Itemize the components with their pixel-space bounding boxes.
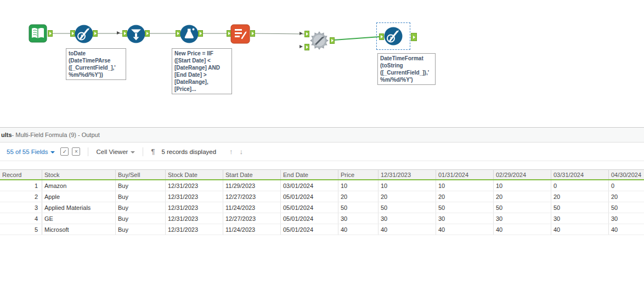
table-cell[interactable]: 40 <box>436 224 494 235</box>
table-cell[interactable]: 40 <box>494 224 551 235</box>
table-cell[interactable]: Amazon <box>42 180 116 191</box>
table-cell[interactable]: 10 <box>338 180 379 191</box>
table-cell[interactable]: Buy <box>116 224 166 235</box>
table-cell[interactable]: Applied Materials <box>42 202 116 213</box>
cell-viewer-dropdown[interactable]: Cell Viewer <box>96 149 135 155</box>
table-cell[interactable]: 12/31/2023 <box>166 213 223 224</box>
table-cell[interactable]: 05/01/2024 <box>281 224 338 235</box>
table-cell[interactable]: 50 <box>338 202 379 213</box>
table-cell[interactable]: 12/31/2023 <box>166 180 223 191</box>
arrow-up-icon[interactable]: ↑ <box>229 147 233 156</box>
table-cell[interactable]: Buy <box>116 191 166 202</box>
table-cell[interactable]: 12/27/2023 <box>223 191 281 202</box>
table-cell[interactable]: 30 <box>494 213 551 224</box>
table-cell[interactable]: 20 <box>379 191 436 202</box>
tool-datetime-parse[interactable] <box>74 24 94 46</box>
annotation-datetime-parse[interactable]: toDate (DateTimePArse ([_CurrentField_],… <box>66 48 126 80</box>
table-cell[interactable]: GE <box>42 213 116 224</box>
table-cell[interactable]: 05/01/2024 <box>281 213 338 224</box>
tool-input-data[interactable] <box>29 24 47 45</box>
table-cell[interactable]: 20 <box>436 191 494 202</box>
table-cell[interactable]: 30 <box>379 213 436 224</box>
table-cell[interactable]: 50 <box>609 202 644 213</box>
tool-formula[interactable] <box>179 24 199 46</box>
table-row[interactable]: 4GEBuy12/31/202312/27/202305/01/20243030… <box>0 213 644 224</box>
table-cell[interactable]: Microsoft <box>42 224 116 235</box>
column-header[interactable]: Start Date <box>223 170 281 180</box>
column-header[interactable]: 01/31/2024 <box>436 170 494 180</box>
annotation-datetime-format[interactable]: DateTimeFormat (toString ([_CurrentField… <box>377 53 436 85</box>
table-row[interactable]: 2AppleBuy12/31/202312/27/202305/01/20242… <box>0 191 644 202</box>
table-cell[interactable]: 03/01/2024 <box>281 180 338 191</box>
output-anchor[interactable] <box>411 33 417 41</box>
record-cell[interactable]: 1 <box>0 180 42 191</box>
table-cell[interactable]: 30 <box>609 213 644 224</box>
table-cell[interactable]: 50 <box>436 202 494 213</box>
column-header[interactable]: End Date <box>281 170 338 180</box>
record-cell[interactable]: 4 <box>0 213 42 224</box>
table-cell[interactable]: 10 <box>379 180 436 191</box>
table-cell[interactable]: 10 <box>494 180 551 191</box>
table-cell[interactable]: 30 <box>551 213 609 224</box>
table-row[interactable]: 1AmazonBuy12/31/202311/29/202303/01/2024… <box>0 180 644 191</box>
table-cell[interactable]: 20 <box>338 191 379 202</box>
output-anchor[interactable] <box>93 30 98 37</box>
table-cell[interactable]: Buy <box>116 202 166 213</box>
tool-select-records[interactable] <box>126 24 146 46</box>
table-cell[interactable]: 12/31/2023 <box>166 224 223 235</box>
table-cell[interactable]: 12/31/2023 <box>166 191 223 202</box>
table-cell[interactable]: 11/24/2023 <box>223 202 281 213</box>
fields-dropdown[interactable]: 55 of 55 Fields <box>7 149 55 155</box>
pilcrow-icon[interactable]: ¶ <box>151 147 155 156</box>
table-cell[interactable]: 30 <box>338 213 379 224</box>
table-cell[interactable]: 50 <box>379 202 436 213</box>
table-cell[interactable]: 20 <box>609 191 644 202</box>
deselect-all-fields-icon[interactable]: × <box>72 147 80 156</box>
column-header[interactable]: 02/29/2024 <box>494 170 551 180</box>
column-header[interactable]: Stock Date <box>166 170 223 180</box>
table-cell[interactable]: 12/27/2023 <box>223 213 281 224</box>
table-cell[interactable]: 20 <box>494 191 551 202</box>
table-row[interactable]: 3Applied MaterialsBuy12/31/202311/24/202… <box>0 202 644 213</box>
table-cell[interactable]: Apple <box>42 191 116 202</box>
record-cell[interactable]: 5 <box>0 224 42 235</box>
column-header[interactable]: Stock <box>42 170 116 180</box>
column-header[interactable]: 12/31/2023 <box>379 170 436 180</box>
table-cell[interactable]: 0 <box>609 180 644 191</box>
table-cell[interactable]: 11/24/2023 <box>223 224 281 235</box>
table-cell[interactable]: 30 <box>436 213 494 224</box>
table-cell[interactable]: 0 <box>551 180 609 191</box>
output-anchor[interactable] <box>198 30 203 37</box>
table-cell[interactable]: 40 <box>379 224 436 235</box>
record-cell[interactable]: 3 <box>0 202 42 213</box>
table-row[interactable]: 5MicrosoftBuy12/31/202311/24/202305/01/2… <box>0 224 644 235</box>
table-cell[interactable]: 05/01/2024 <box>281 191 338 202</box>
tool-datetime-format[interactable] <box>383 26 403 48</box>
table-cell[interactable]: 10 <box>436 180 494 191</box>
table-cell[interactable]: 40 <box>338 224 379 235</box>
column-header[interactable]: Price <box>338 170 379 180</box>
table-cell[interactable]: Buy <box>116 180 166 191</box>
column-header[interactable]: Record <box>0 170 42 180</box>
table-cell[interactable]: 12/31/2023 <box>166 202 223 213</box>
output-anchor[interactable] <box>250 30 255 37</box>
column-header[interactable]: 04/30/2024 <box>609 170 644 180</box>
table-cell[interactable]: 40 <box>609 224 644 235</box>
table-cell[interactable]: 05/01/2024 <box>281 202 338 213</box>
arrow-down-icon[interactable]: ↓ <box>240 147 244 156</box>
table-cell[interactable]: 40 <box>551 224 609 235</box>
output-anchor[interactable] <box>145 30 150 37</box>
table-cell[interactable]: 50 <box>551 202 609 213</box>
record-cell[interactable]: 2 <box>0 191 42 202</box>
select-all-fields-icon[interactable]: ✓ <box>60 147 69 156</box>
tool-multi-field-formula[interactable] <box>230 24 250 46</box>
column-header[interactable]: Buy/Sell <box>116 170 166 180</box>
table-cell[interactable]: 50 <box>494 202 551 213</box>
table-cell[interactable]: 11/29/2023 <box>223 180 281 191</box>
output-anchor[interactable] <box>48 30 53 37</box>
table-cell[interactable]: Buy <box>116 213 166 224</box>
output-anchor[interactable] <box>330 37 335 44</box>
table-cell[interactable]: 20 <box>551 191 609 202</box>
tool-macro[interactable] <box>308 30 330 54</box>
column-header[interactable]: 03/31/2024 <box>551 170 609 180</box>
